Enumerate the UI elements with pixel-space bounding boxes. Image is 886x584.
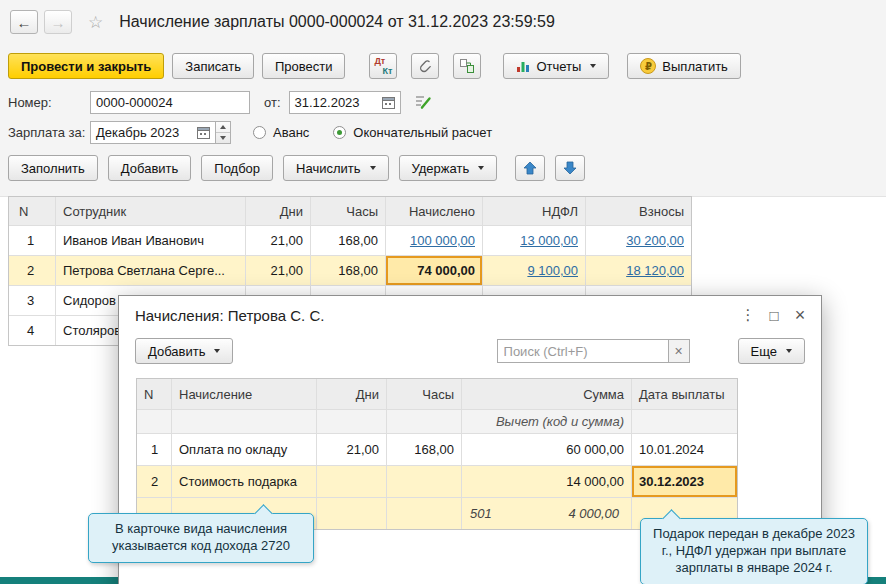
move-up-button[interactable] (515, 155, 545, 181)
move-down-button[interactable] (555, 155, 585, 181)
dialog-menu-button[interactable]: ⋮ (735, 302, 761, 328)
pay-button[interactable]: ₽ Выплатить (627, 53, 741, 79)
header-days: Дни (317, 379, 387, 409)
callout-income-code: В карточке вида начисления указывается к… (88, 513, 314, 563)
number-label: Номер: (8, 95, 90, 110)
hours-cell[interactable]: 168,00 (311, 256, 386, 285)
days-cell[interactable]: 21,00 (317, 434, 387, 465)
dialog-close-button[interactable]: × (787, 302, 813, 328)
post-button[interactable]: Провести (262, 53, 346, 79)
accrue-label: Начислить (296, 161, 360, 176)
chevron-down-icon (478, 166, 484, 170)
hours-cell[interactable]: 168,00 (311, 226, 386, 255)
accrual-row-selected: 2 Стоимость подарка 14 000,00 30.12.2023 (137, 465, 737, 497)
ndfl-link[interactable]: 13 000,00 (483, 226, 586, 255)
date-value: 31.12.2023 (295, 95, 382, 110)
accrued-cell-selected[interactable]: 74 000,00 (386, 256, 483, 285)
favorite-star-icon[interactable]: ☆ (88, 12, 103, 33)
dialog-more-label: Еще (751, 344, 777, 359)
row-number-cell[interactable]: 3 (9, 286, 56, 315)
header-pay-date: Дата выплаты (632, 379, 737, 409)
debit-label: Дт (374, 56, 385, 66)
radio-circle[interactable] (253, 126, 266, 139)
row-number-cell[interactable]: 2 (9, 256, 56, 285)
post-and-close-button[interactable]: Провести и закрыть (8, 53, 164, 79)
withhold-button[interactable]: Удержать (399, 155, 498, 181)
chevron-down-icon (370, 166, 376, 170)
pay-date-cell[interactable]: 10.01.2024 (632, 434, 737, 465)
commands-row: Заполнить Добавить Подбор Начислить Удер… (8, 155, 585, 181)
pick-button[interactable]: Подбор (201, 155, 273, 181)
days-cell[interactable]: 21,00 (246, 226, 311, 255)
deduction-code[interactable]: 501 (470, 506, 492, 521)
row-number-cell[interactable]: 4 (9, 316, 56, 345)
date-input[interactable]: 31.12.2023 (289, 91, 401, 114)
header-n: N (137, 379, 172, 409)
page-title: Начисление зарплаты 0000-000024 от 31.12… (119, 13, 555, 31)
dialog-maximize-button[interactable]: □ (761, 302, 787, 328)
hours-cell[interactable]: 168,00 (387, 434, 462, 465)
accrue-button[interactable]: Начислить (283, 155, 388, 181)
back-button[interactable]: ← (10, 10, 38, 34)
calendar-icon[interactable] (382, 96, 395, 109)
deduction-sum[interactable]: 4 000,00 (568, 506, 619, 521)
save-button[interactable]: Записать (172, 53, 254, 79)
search-input[interactable] (497, 339, 669, 363)
period-label: Зарплата за: (8, 125, 90, 140)
calendar-icon[interactable] (197, 126, 210, 139)
ruble-coin-icon: ₽ (640, 58, 656, 74)
titlebar: ← → ☆ Начисление зарплаты 0000-000024 от… (10, 8, 555, 36)
reports-button[interactable]: Отчеты (503, 53, 609, 79)
radio-final[interactable]: Окончательный расчет (333, 125, 492, 140)
days-cell[interactable]: 21,00 (246, 256, 311, 285)
period-row: Зарплата за: Декабрь 2023 Аванс Окончате… (8, 120, 492, 144)
header-ndfl: НДФЛ (483, 197, 586, 225)
forward-button[interactable]: → (44, 10, 72, 34)
row-number-cell[interactable]: 1 (9, 226, 56, 255)
employee-cell[interactable]: Петрова Светлана Серге... (56, 256, 246, 285)
fill-button[interactable]: Заполнить (8, 155, 98, 181)
hours-cell[interactable] (387, 466, 462, 497)
deduction-subheader: Вычет (код и сумма) (462, 410, 632, 433)
accrual-cell[interactable]: Стоимость подарка (172, 466, 317, 497)
pay-label: Выплатить (662, 59, 728, 74)
add-row-button[interactable]: Добавить (108, 155, 191, 181)
show-postings-button[interactable]: Дт Кт (369, 53, 397, 79)
forward-icon: → (51, 14, 66, 31)
search-clear-button[interactable]: × (669, 339, 690, 363)
dialog-more-button[interactable]: Еще (738, 338, 805, 364)
chevron-down-icon (786, 349, 792, 353)
radio-advance[interactable]: Аванс (253, 125, 309, 140)
spinner-up-button[interactable] (216, 122, 230, 133)
sum-cell[interactable]: 14 000,00 (462, 466, 632, 497)
accrued-link[interactable]: 100 000,00 (386, 226, 483, 255)
contributions-link[interactable]: 18 120,00 (586, 256, 691, 285)
radio-circle-selected[interactable] (333, 126, 346, 139)
header-sum: Сумма (462, 379, 632, 409)
ndfl-link[interactable]: 9 100,00 (483, 256, 586, 285)
related-documents-button[interactable] (453, 53, 481, 79)
period-spinner[interactable] (216, 121, 231, 144)
row-number-cell[interactable]: 1 (137, 434, 172, 465)
dialog-add-button[interactable]: Добавить (135, 338, 233, 364)
row-number-cell[interactable]: 2 (137, 466, 172, 497)
period-input[interactable]: Декабрь 2023 (90, 121, 216, 144)
accruals-table-header: N Начисление Дни Часы Сумма Дата выплаты (137, 379, 737, 409)
credit-label: Кт (383, 66, 393, 76)
attachments-button[interactable] (411, 53, 439, 79)
accrual-cell[interactable]: Оплата по окладу (172, 434, 317, 465)
callout-gift-note: Подарок передан в декабре 2023 г., НДФЛ … (640, 518, 868, 584)
edit-button[interactable] (415, 94, 432, 110)
header-accrual: Начисление (172, 379, 317, 409)
date-label: от: (264, 95, 281, 110)
number-input[interactable]: 0000-000024 (90, 91, 250, 114)
employee-cell[interactable]: Иванов Иван Иванович (56, 226, 246, 255)
spinner-down-button[interactable] (216, 133, 230, 143)
pay-date-cell-selected[interactable]: 30.12.2023 (632, 466, 737, 497)
contributions-link[interactable]: 30 200,00 (586, 226, 691, 255)
number-value: 0000-000024 (96, 95, 244, 110)
days-cell[interactable] (317, 466, 387, 497)
header-hours: Часы (387, 379, 462, 409)
radio-advance-label: Аванс (273, 125, 309, 140)
sum-cell[interactable]: 60 000,00 (462, 434, 632, 465)
